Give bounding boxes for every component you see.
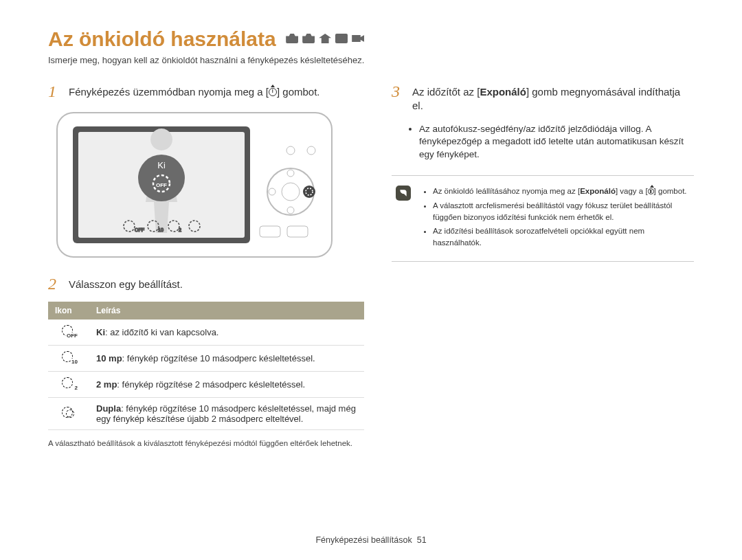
opt-title: 2 mp [96, 379, 117, 390]
opt-desc: : fénykép rögzítése 2 másodperc késlelte… [117, 379, 305, 390]
camera-display-ki-label: Ki [157, 160, 166, 170]
footer-page: 51 [417, 535, 427, 545]
note1-after: ] vagy a [ [616, 187, 648, 195]
list-item: Az önkioldó leállításához nyomja meg az … [433, 186, 690, 197]
opt-desc: : az időzítő ki van kapcsolva. [105, 327, 218, 337]
table-row: Dupla: fénykép rögzítése 10 másodperc ké… [48, 398, 364, 430]
left-column: 1 Fényképezés üzemmódban nyomja meg a []… [48, 83, 364, 449]
timer-off-icon: OFF [62, 325, 76, 337]
mode-icon-scene [335, 34, 348, 43]
svg-text:OFF: OFF [135, 227, 144, 232]
page-footer: Fényképezési beállítások 51 [0, 535, 742, 545]
step-number: 1 [48, 83, 60, 100]
list-item: A választott arcfelismerési beállítástól… [433, 200, 690, 223]
step-number: 3 [392, 83, 404, 113]
timer-icon [269, 88, 277, 96]
list-item: Az autofókusz-segédfény/az időzítő jelző… [419, 123, 694, 162]
note1-tail: ] gombot. [654, 187, 687, 195]
mode-icon-smart [286, 34, 298, 43]
page-title: Az önkioldó használata [48, 27, 276, 51]
step-2: 2 Válasszon egy beállítást. [48, 276, 364, 292]
camera-illustration: Ki OFF OFF 10 2 [54, 109, 364, 263]
table-header-desc: Leírás [89, 302, 364, 320]
page-subtitle: Ismerje meg, hogyan kell az önkioldót ha… [48, 55, 694, 65]
step3-bullets: Az autofókusz-segédfény/az időzítő jelző… [403, 123, 694, 162]
mode-icon-program [302, 34, 315, 43]
options-table: Ikon Leírás OFF Ki: az időzítő ki van ka… [48, 302, 364, 430]
step3-before: Az időzítőt az [ [412, 86, 480, 98]
timer-10s-icon: 10 [62, 351, 76, 363]
opt-desc: : fénykép rögzítése 10 másodperc késlelt… [96, 403, 356, 424]
table-row: OFF Ki: az időzítő ki van kapcsolva. [48, 320, 364, 346]
timer-double-icon [62, 407, 76, 419]
camera-display-off-label: OFF [156, 182, 167, 188]
step-1: 1 Fényképezés üzemmódban nyomja meg a []… [48, 83, 364, 100]
step-text: Válasszon egy beállítást. [69, 276, 183, 292]
footer-label: Fényképezési beállítások [315, 535, 412, 545]
step-number: 2 [48, 276, 60, 292]
opt-desc: : fénykép rögzítése 10 másodperc késlelt… [122, 353, 315, 363]
opt-title: 10 mp [96, 353, 122, 363]
step3-bold: Exponáló [480, 86, 526, 98]
svg-text:10: 10 [158, 227, 164, 232]
note1-bold: Exponáló [580, 187, 616, 195]
list-item: Az időzítési beállítások sorozatfelvétel… [433, 225, 690, 248]
svg-text:2: 2 [179, 227, 181, 232]
table-row: 2 2 mp: fénykép rögzítése 2 másodperc ké… [48, 372, 364, 398]
mode-icons-row [286, 34, 364, 43]
mode-icon-livepanorama [319, 34, 331, 43]
step1-after: ] gombot. [277, 86, 320, 98]
step-text: Az időzítőt az [Exponáló] gomb megnyomás… [412, 83, 694, 113]
table-footnote: A választható beállítások a kiválasztott… [48, 438, 364, 449]
step1-before: Fényképezés üzemmódban nyomja meg a [ [69, 86, 269, 98]
step-text: Fényképezés üzemmódban nyomja meg a [] g… [69, 83, 320, 100]
timer-2s-icon: 2 [62, 377, 76, 390]
note-icon [396, 186, 411, 201]
table-header-icon: Ikon [48, 302, 89, 320]
step-3: 3 Az időzítőt az [Exponáló] gomb megnyom… [392, 83, 694, 113]
mode-icon-video [352, 34, 364, 43]
table-row: 10 10 mp: fénykép rögzítése 10 másodperc… [48, 346, 364, 372]
opt-title: Dupla [96, 403, 121, 414]
opt-title: Ki [96, 327, 105, 337]
svg-point-19 [303, 186, 315, 198]
timer-icon [648, 188, 654, 194]
note1-before: Az önkioldó leállításához nyomja meg az … [433, 187, 580, 195]
right-column: 3 Az időzítőt az [Exponáló] gomb megnyom… [392, 83, 694, 449]
note-box: Az önkioldó leállításához nyomja meg az … [392, 175, 694, 261]
